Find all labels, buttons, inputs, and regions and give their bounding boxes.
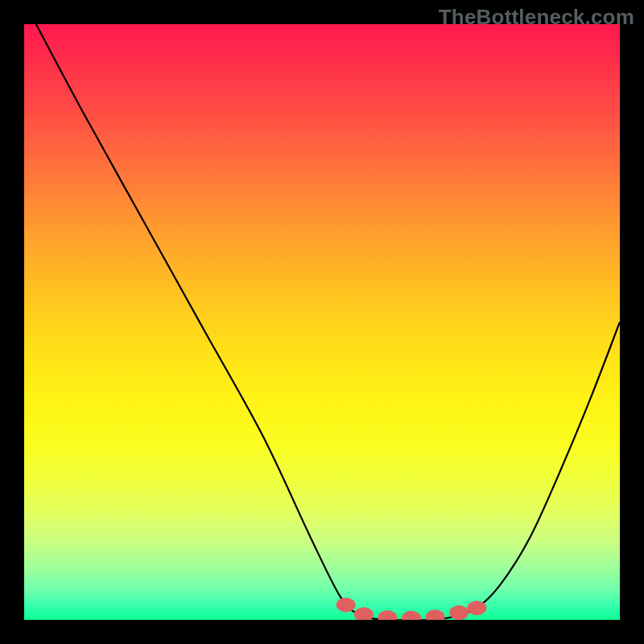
marker-dot [354, 607, 374, 620]
plot-svg [24, 24, 620, 620]
marker-dot [426, 609, 445, 620]
plot-area [24, 24, 620, 620]
marker-group [336, 598, 487, 621]
chart-frame: TheBottleneck.com [0, 0, 644, 644]
marker-dot [467, 601, 486, 615]
watermark-text: TheBottleneck.com [439, 5, 634, 30]
marker-dot [378, 610, 397, 620]
curve-path [36, 24, 620, 620]
marker-dot [449, 605, 469, 620]
marker-dot [336, 598, 356, 613]
marker-dot [402, 611, 421, 620]
